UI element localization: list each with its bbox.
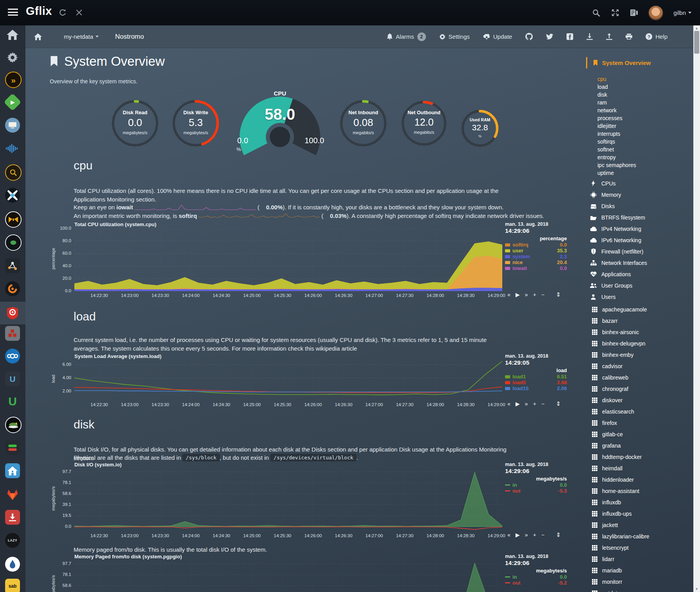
nav-app-letsencrypt[interactable]: letsencrypt	[592, 542, 649, 553]
menu-icon[interactable]	[8, 9, 18, 16]
search-icon[interactable]	[592, 9, 601, 17]
legend-row-user[interactable]: user35.3	[505, 248, 567, 254]
print-icon[interactable]	[626, 34, 632, 40]
app-icon-kodi[interactable]	[5, 188, 20, 203]
pan-left-button[interactable]: «	[507, 292, 511, 297]
nav-link-idlejitter[interactable]: idlejitter	[597, 122, 636, 130]
app-icon-media-server[interactable]	[5, 118, 20, 133]
disk-read-gauge[interactable]: Disk Read0.0megabytes/s	[111, 99, 159, 148]
nav-app-binhex-delugevpn[interactable]: binhex-delugevpn	[592, 338, 649, 349]
net-inbound-gauge[interactable]: Net Inbound0.08megabits/s	[339, 99, 388, 148]
zoom-in-button[interactable]: +	[533, 401, 536, 407]
export-icon[interactable]	[606, 33, 612, 40]
disk-chart[interactable]: 14:22:3014:23:0014:23:3014:24:0014:24:30…	[74, 468, 502, 531]
settings-button[interactable]: Settings	[439, 33, 470, 40]
nav-link-interrupts[interactable]: interrupts	[597, 130, 636, 138]
nav-link-softnet[interactable]: softnet	[597, 146, 636, 153]
app-icon-home-assistant[interactable]	[5, 463, 20, 478]
zoom-in-button[interactable]: +	[533, 292, 536, 297]
app-icon-airsonic[interactable]	[5, 141, 20, 156]
nav-app-hddtemp-docker[interactable]: hddtemp-docker	[592, 451, 649, 462]
nav-section-ipv4-networking[interactable]: IPv4 Networking	[590, 223, 647, 234]
app-icon-camera-shield[interactable]	[5, 306, 20, 320]
app-icon-gitlab[interactable]	[5, 487, 20, 502]
nav-app-apacheguacamole[interactable]: apacheguacamole	[592, 304, 649, 315]
legend-row-softirq[interactable]: softirq0.0	[505, 242, 567, 248]
help-button[interactable]: ? Help	[646, 33, 668, 40]
app-icon-plex[interactable]: »	[5, 72, 22, 88]
server-selector[interactable]: my-netdata	[64, 33, 99, 40]
app-title[interactable]: Gflix	[26, 5, 52, 18]
scroll-down-icon[interactable]: ▼	[693, 587, 700, 591]
twitter-icon[interactable]	[546, 34, 553, 40]
pan-right-button[interactable]: »	[525, 292, 528, 297]
nav-app-binhex-airsonic[interactable]: binhex-airsonic	[592, 326, 649, 338]
nav-section-memory[interactable]: Memory	[590, 189, 647, 200]
nav-app-chronograf[interactable]: chronograf	[592, 383, 649, 394]
nav-app-hiddenloader[interactable]: hiddenloader	[592, 474, 649, 485]
pan-right-button[interactable]: »	[525, 401, 528, 407]
nav-section-applications[interactable]: Applications	[590, 268, 647, 280]
refresh-icon[interactable]	[57, 7, 68, 18]
nav-link-cpu[interactable]: cpu	[597, 75, 636, 83]
nav-link-uptime[interactable]: uptime	[597, 169, 636, 177]
nav-link-processes[interactable]: processes	[597, 114, 636, 122]
nav-section-cpus[interactable]: CPUs	[590, 178, 647, 189]
nav-app-monitorr[interactable]: monitorr	[592, 576, 649, 587]
pan-left-button[interactable]: «	[507, 532, 511, 538]
nav-app-jackett[interactable]: jackett	[592, 519, 649, 531]
user-menu[interactable]: gilbn	[673, 9, 691, 16]
avatar[interactable]	[648, 5, 663, 20]
fullscreen-icon[interactable]	[611, 9, 619, 17]
nav-section-ipv6-networking[interactable]: IPv6 Networking	[590, 234, 647, 246]
nav-app-firefox[interactable]: firefox	[592, 417, 649, 428]
cpu-gauge[interactable]: CPU58.00.0100.0%	[235, 89, 325, 157]
nav-app-lidarr[interactable]: lidarr	[592, 553, 649, 565]
app-icon-deluge[interactable]	[5, 557, 20, 572]
app-icon-bowtie[interactable]	[5, 211, 22, 228]
home-icon[interactable]	[34, 33, 42, 40]
nav-section-network-interfaces[interactable]: Network Interfaces	[590, 257, 647, 268]
nav-app-bazarr[interactable]: bazarr	[592, 315, 649, 326]
scrollbar-thumb[interactable]	[694, 31, 699, 54]
app-icon-beret-app[interactable]	[5, 417, 22, 433]
nav-section-btrfs-filesystem[interactable]: BTRFS filesystem	[590, 212, 647, 223]
play-button[interactable]: ▶	[516, 401, 520, 407]
nav-link-load[interactable]: load	[597, 83, 636, 91]
app-icon-lazylibrarian[interactable]: LAZY	[5, 533, 20, 548]
scroll-up-icon[interactable]: ▲	[693, 27, 700, 30]
play-button[interactable]: ▶	[516, 532, 520, 538]
legend-row-load5[interactable]: load52.68	[505, 380, 567, 385]
nav-link-softirqs[interactable]: softirqs	[597, 138, 636, 146]
legend-row-in[interactable]: in0.0	[505, 574, 567, 580]
pgpgio-chart[interactable]: 97.778.158.639.119.50.0	[74, 560, 502, 592]
legend-row-nice[interactable]: nice20.4	[505, 259, 567, 265]
legend-row-out[interactable]: out-5.2	[505, 580, 567, 586]
app-icon-monitorr[interactable]	[5, 440, 20, 455]
close-tab-icon[interactable]	[74, 7, 85, 18]
app-icon-grafana[interactable]	[5, 281, 20, 296]
cpu-chart[interactable]: 14:22:3014:23:0014:23:3014:24:0014:24:30…	[74, 229, 502, 291]
app-icon-resilio[interactable]	[5, 326, 20, 341]
pan-left-button[interactable]: «	[507, 401, 511, 407]
nav-app-binhex-emby[interactable]: binhex-emby	[592, 349, 649, 360]
used-ram-gauge[interactable]: Used RAM32.8%	[460, 109, 500, 148]
app-icon-settings[interactable]	[5, 50, 20, 65]
legend-row-in[interactable]: in0.0	[505, 482, 567, 488]
app-icon-node-graph[interactable]	[5, 258, 20, 273]
app-icon-unifi[interactable]: U	[5, 371, 20, 386]
nav-section-users[interactable]: Users	[590, 291, 647, 302]
alarms-button[interactable]: Alarms 2	[387, 32, 426, 41]
nav-link-disk[interactable]: disk	[597, 91, 636, 99]
legend-row-system[interactable]: system2.3	[505, 254, 567, 259]
page-scrollbar[interactable]: ▲ ▼	[693, 25, 700, 592]
nav-section-user-groups[interactable]: User Groups	[590, 280, 647, 291]
app-icon-ubooquity[interactable]: U	[5, 394, 20, 409]
zoom-in-button[interactable]: +	[533, 532, 536, 538]
zoom-out-button[interactable]: −	[541, 401, 545, 407]
nav-section-firewall-netfilter-[interactable]: Firewall (netfilter)	[590, 246, 647, 257]
legend-row-load15[interactable]: load152.06	[505, 385, 567, 391]
zoom-out-button[interactable]: −	[541, 532, 545, 538]
pan-right-button[interactable]: »	[525, 532, 528, 538]
app-icon-sabnzbd[interactable]: sab	[5, 579, 20, 592]
